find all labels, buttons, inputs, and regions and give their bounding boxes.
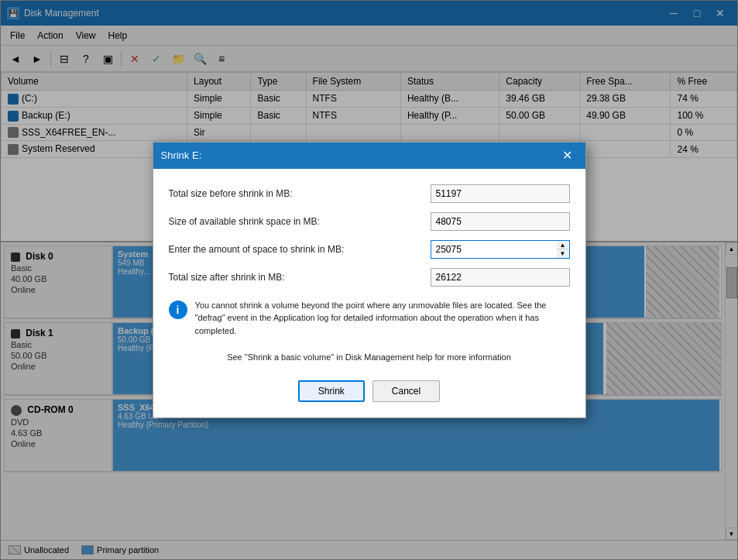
field-value-1: 51197: [431, 184, 570, 203]
dialog-row-3: Enter the amount of space to shrink in M…: [169, 240, 570, 259]
dialog-row-2: Size of available shrink space in MB: 48…: [169, 212, 570, 231]
field-label-3: Enter the amount of space to shrink in M…: [169, 244, 423, 255]
field-label-1: Total size before shrink in MB:: [169, 188, 423, 199]
info-icon: i: [169, 301, 187, 319]
field-value-4: 26122: [431, 268, 570, 287]
dialog-row-1: Total size before shrink in MB: 51197: [169, 184, 570, 203]
shrink-amount-input[interactable]: [431, 240, 557, 259]
shrink-button[interactable]: Shrink: [298, 380, 365, 402]
dialog-body: Total size before shrink in MB: 51197 Si…: [153, 169, 585, 373]
info-text: You cannot shrink a volume beyond the po…: [195, 299, 570, 338]
spinner-buttons: ▲ ▼: [557, 240, 570, 259]
info-box: i You cannot shrink a volume beyond the …: [169, 296, 570, 341]
dialog-close-button[interactable]: ✕: [558, 147, 578, 164]
dialog-row-4: Total size after shrink in MB: 26122: [169, 268, 570, 287]
modal-overlay: Shrink E: ✕ Total size before shrink in …: [0, 0, 738, 560]
spin-down[interactable]: ▼: [557, 249, 569, 258]
shrink-input-wrap: ▲ ▼: [431, 240, 570, 259]
dialog-buttons: Shrink Cancel: [153, 373, 585, 417]
spin-up[interactable]: ▲: [557, 241, 569, 250]
cancel-button[interactable]: Cancel: [372, 380, 440, 402]
dialog-titlebar: Shrink E: ✕: [153, 143, 585, 169]
field-value-2: 48075: [431, 212, 570, 231]
dialog-title: Shrink E:: [161, 149, 202, 161]
field-label-4: Total size after shrink in MB:: [169, 272, 423, 283]
help-text: See "Shrink a basic volume" in Disk Mana…: [169, 349, 570, 365]
shrink-dialog: Shrink E: ✕ Total size before shrink in …: [153, 142, 586, 419]
field-label-2: Size of available shrink space in MB:: [169, 216, 423, 227]
